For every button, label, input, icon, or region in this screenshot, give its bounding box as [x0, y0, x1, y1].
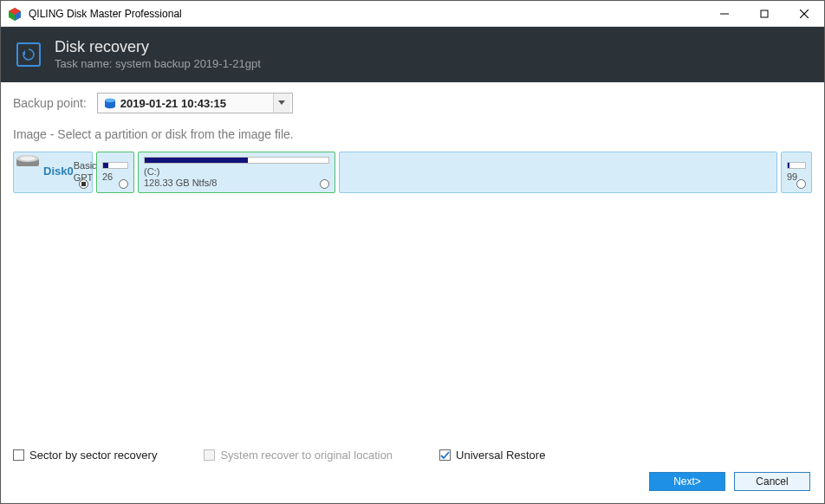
hdd-icon — [16, 155, 39, 171]
checkbox-checked-icon — [439, 449, 451, 461]
disk-summary[interactable]: Disk0 Basic GPT 465.75 GB — [13, 152, 93, 193]
partition-2-radio[interactable] — [796, 179, 806, 189]
disk-icon — [103, 97, 117, 111]
backup-point-value: 2019-01-21 10:43:15 — [120, 97, 226, 110]
partition-1-size: 128.33 GB Ntfs/8 — [144, 178, 329, 189]
disk-row-spacer — [339, 152, 777, 193]
minimize-button[interactable] — [705, 1, 744, 26]
disk-selected-radio[interactable] — [79, 179, 88, 189]
close-button[interactable] — [784, 1, 824, 26]
partition-2[interactable]: 99 — [781, 152, 812, 193]
titlebar: QILING Disk Master Professional — [1, 1, 824, 27]
disk-name: Disk0 — [43, 165, 74, 178]
checkbox-icon — [204, 449, 215, 461]
svg-point-9 — [105, 99, 115, 102]
checkbox-icon — [13, 449, 24, 461]
partition-0-usage — [103, 163, 108, 168]
sector-recovery-checkbox[interactable]: Sector by sector recovery — [13, 449, 157, 462]
page-header: Disk recovery Task name: system backup 2… — [1, 27, 824, 82]
app-icon — [8, 7, 22, 21]
cancel-button[interactable]: Cancel — [734, 472, 810, 491]
partition-2-usage — [788, 163, 789, 168]
disk-list: Disk0 Basic GPT 465.75 GB 26 — [13, 152, 812, 445]
window-title: QILING Disk Master Professional — [29, 8, 705, 20]
partition-0-radio[interactable] — [119, 179, 128, 189]
sector-recovery-label: Sector by sector recovery — [29, 449, 157, 462]
partition-1-radio[interactable] — [320, 179, 329, 189]
page-subtitle: Task name: system backup 2019-1-21gpt — [55, 57, 261, 70]
backup-point-label: Backup point: — [13, 96, 87, 110]
partition-1[interactable]: (C:) 128.33 GB Ntfs/8 — [138, 152, 335, 193]
partition-1-usage — [145, 158, 248, 163]
universal-restore-checkbox[interactable]: Universal Restore — [439, 449, 545, 462]
app-window: QILING Disk Master Professional Disk rec… — [0, 0, 825, 504]
partition-1-label: (C:) — [144, 166, 329, 178]
next-button[interactable]: Next> — [649, 472, 725, 491]
svg-marker-10 — [278, 100, 285, 105]
page-title: Disk recovery — [55, 39, 261, 56]
chevron-down-icon — [273, 94, 290, 113]
instruction-text: Image - Select a partition or disk from … — [13, 127, 812, 141]
recovery-icon — [16, 42, 41, 67]
universal-restore-label: Universal Restore — [456, 449, 545, 462]
maximize-button[interactable] — [744, 1, 784, 26]
partition-0[interactable]: 26 — [96, 152, 134, 193]
disk-row: Disk0 Basic GPT 465.75 GB 26 — [13, 152, 812, 193]
backup-point-dropdown[interactable]: 2019-01-21 10:43:15 — [97, 93, 293, 113]
system-original-label: System recover to original location — [220, 449, 393, 462]
svg-point-13 — [20, 156, 36, 160]
system-original-checkbox: System recover to original location — [204, 449, 393, 462]
svg-rect-4 — [761, 10, 768, 17]
